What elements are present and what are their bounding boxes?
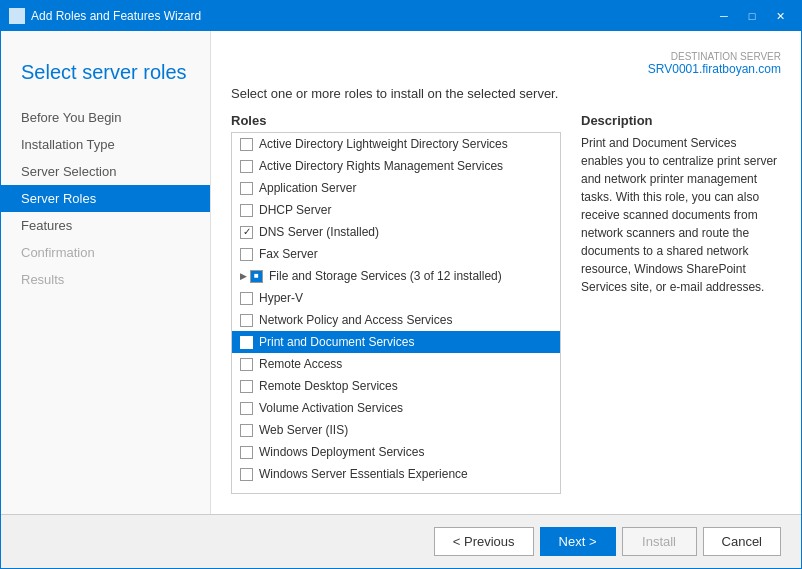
sidebar-item-results: Results [1, 266, 210, 293]
sidebar-item-features[interactable]: Features [1, 212, 210, 239]
role-item-hyper-v[interactable]: Hyper-V [232, 287, 560, 309]
role-item-ad-rms[interactable]: Active Directory Rights Management Servi… [232, 155, 560, 177]
install-button[interactable]: Install [622, 527, 697, 556]
checkbox-file-storage[interactable] [250, 270, 263, 283]
role-label-hyper-v: Hyper-V [259, 291, 303, 305]
checkbox-rds[interactable] [240, 380, 253, 393]
svg-rect-1 [13, 12, 17, 16]
page-title: Select server roles [1, 51, 210, 104]
role-item-file-storage[interactable]: ▶ File and Storage Services (3 of 12 ins… [232, 265, 560, 287]
destination-server-label: DESTINATION SERVER [231, 51, 781, 62]
role-label-vol-act: Volume Activation Services [259, 401, 403, 415]
role-item-remote-access[interactable]: Remote Access [232, 353, 560, 375]
role-item-vol-act[interactable]: Volume Activation Services [232, 397, 560, 419]
server-info: DESTINATION SERVER SRV0001.firatboyan.co… [231, 51, 781, 76]
titlebar: Add Roles and Features Wizard ─ □ ✕ [1, 1, 801, 31]
server-hostname: SRV0001.firatboyan.com [648, 62, 781, 76]
checkbox-remote-access[interactable] [240, 358, 253, 371]
checkbox-wsee[interactable] [240, 468, 253, 481]
role-label-nps: Network Policy and Access Services [259, 313, 452, 327]
role-item-dns[interactable]: DNS Server (Installed) [232, 221, 560, 243]
role-label-file-storage: File and Storage Services (3 of 12 insta… [269, 269, 502, 283]
main-window: Add Roles and Features Wizard ─ □ ✕ Sele… [0, 0, 802, 569]
role-label-dhcp: DHCP Server [259, 203, 331, 217]
roles-label: Roles [231, 113, 561, 128]
titlebar-left: Add Roles and Features Wizard [9, 8, 201, 24]
sidebar-item-server-roles[interactable]: Server Roles [1, 185, 210, 212]
role-item-fax[interactable]: Fax Server [232, 243, 560, 265]
minimize-button[interactable]: ─ [711, 6, 737, 26]
cancel-button[interactable]: Cancel [703, 527, 781, 556]
wizard-icon [9, 8, 25, 24]
checkbox-dns[interactable] [240, 226, 253, 239]
checkbox-app-server[interactable] [240, 182, 253, 195]
role-item-wds[interactable]: Windows Deployment Services [232, 441, 560, 463]
sidebar-item-confirmation: Confirmation [1, 239, 210, 266]
description-panel: Description Print and Document Services … [581, 113, 781, 494]
role-label-wds: Windows Deployment Services [259, 445, 424, 459]
checkbox-web-server[interactable] [240, 424, 253, 437]
description-text: Print and Document Services enables you … [581, 134, 781, 296]
checkbox-nps[interactable] [240, 314, 253, 327]
role-label-ad-rms: Active Directory Rights Management Servi… [259, 159, 503, 173]
sidebar-item-before-you-begin[interactable]: Before You Begin [1, 104, 210, 131]
role-item-print-doc[interactable]: Print and Document Services [232, 331, 560, 353]
role-label-dns: DNS Server (Installed) [259, 225, 379, 239]
window-title: Add Roles and Features Wizard [31, 9, 201, 23]
role-item-nps[interactable]: Network Policy and Access Services [232, 309, 560, 331]
expand-arrow-file-storage[interactable]: ▶ [236, 269, 250, 283]
titlebar-controls: ─ □ ✕ [711, 6, 793, 26]
checkbox-hyper-v[interactable] [240, 292, 253, 305]
role-item-ad-lds[interactable]: Active Directory Lightweight Directory S… [232, 133, 560, 155]
role-label-ad-lds: Active Directory Lightweight Directory S… [259, 137, 508, 151]
role-item-rds[interactable]: Remote Desktop Services [232, 375, 560, 397]
two-column-layout: Roles Active Directory Lightweight Direc… [231, 113, 781, 494]
checkbox-wds[interactable] [240, 446, 253, 459]
description-label: Description [581, 113, 781, 128]
content-area: Select server roles Before You Begin Ins… [1, 31, 801, 514]
role-item-app-server[interactable]: Application Server [232, 177, 560, 199]
main-panel: DESTINATION SERVER SRV0001.firatboyan.co… [211, 31, 801, 514]
sidebar-item-installation-type[interactable]: Installation Type [1, 131, 210, 158]
checkbox-print-doc[interactable] [240, 336, 253, 349]
role-label-wsee: Windows Server Essentials Experience [259, 467, 468, 481]
instruction-text: Select one or more roles to install on t… [231, 86, 781, 101]
roles-list[interactable]: Active Directory Lightweight Directory S… [231, 132, 561, 494]
previous-button[interactable]: < Previous [434, 527, 534, 556]
close-button[interactable]: ✕ [767, 6, 793, 26]
next-button[interactable]: Next > [540, 527, 616, 556]
role-label-print-doc: Print and Document Services [259, 335, 414, 349]
sidebar-item-server-selection[interactable]: Server Selection [1, 158, 210, 185]
checkbox-vol-act[interactable] [240, 402, 253, 415]
maximize-button[interactable]: □ [739, 6, 765, 26]
footer: < Previous Next > Install Cancel [1, 514, 801, 568]
role-label-web-server: Web Server (IIS) [259, 423, 348, 437]
roles-panel: Roles Active Directory Lightweight Direc… [231, 113, 561, 494]
role-item-dhcp[interactable]: DHCP Server [232, 199, 560, 221]
checkbox-ad-rms[interactable] [240, 160, 253, 173]
checkbox-dhcp[interactable] [240, 204, 253, 217]
role-label-rds: Remote Desktop Services [259, 379, 398, 393]
role-item-web-server[interactable]: Web Server (IIS) [232, 419, 560, 441]
role-label-remote-access: Remote Access [259, 357, 342, 371]
sidebar: Select server roles Before You Begin Ins… [1, 31, 211, 514]
checkbox-fax[interactable] [240, 248, 253, 261]
checkbox-ad-lds[interactable] [240, 138, 253, 151]
role-item-wsee[interactable]: Windows Server Essentials Experience [232, 463, 560, 485]
role-label-app-server: Application Server [259, 181, 356, 195]
role-label-fax: Fax Server [259, 247, 318, 261]
